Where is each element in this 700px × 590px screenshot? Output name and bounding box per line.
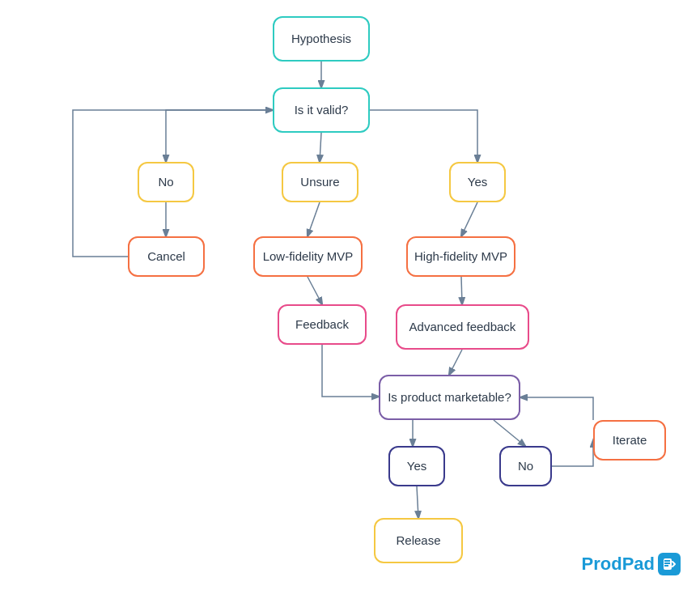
high-fid-node: High-fidelity MVP [406, 236, 515, 277]
diagram-container: Hypothesis Is it valid? No Unsure Yes Ca… [0, 0, 700, 590]
no-bot-node: No [499, 446, 552, 486]
unsure-label: Unsure [300, 174, 339, 190]
svg-line-8 [461, 277, 462, 304]
svg-line-7 [308, 277, 322, 304]
svg-line-9 [449, 350, 462, 375]
adv-feedback-label: Advanced feedback [409, 319, 516, 335]
feedback-node: Feedback [278, 304, 367, 345]
svg-line-6 [461, 202, 477, 236]
svg-line-5 [308, 202, 320, 236]
yes-bot-label: Yes [407, 458, 426, 474]
is-valid-node: Is it valid? [273, 87, 370, 133]
no-top-node: No [138, 162, 194, 202]
hypothesis-label: Hypothesis [291, 31, 351, 47]
adv-feedback-node: Advanced feedback [396, 304, 529, 350]
yes-top-label: Yes [468, 174, 487, 190]
svg-line-10 [417, 486, 418, 518]
release-label: Release [396, 533, 440, 549]
low-fid-label: Low-fidelity MVP [263, 248, 354, 265]
unsure-node: Unsure [282, 162, 358, 202]
iterate-label: Iterate [613, 432, 647, 448]
is-valid-label: Is it valid? [295, 102, 349, 118]
prodpad-icon [658, 553, 681, 575]
is-marketable-node: Is product marketable? [379, 375, 520, 420]
low-fid-node: Low-fidelity MVP [253, 236, 363, 277]
hypothesis-node: Hypothesis [273, 16, 370, 62]
svg-line-3 [320, 133, 321, 162]
no-bot-label: No [518, 458, 533, 474]
yes-bot-node: Yes [388, 446, 445, 486]
feedback-label: Feedback [295, 316, 349, 333]
cancel-label: Cancel [147, 248, 185, 265]
cancel-node: Cancel [128, 236, 205, 277]
prodpad-logo: ProdPad [582, 553, 681, 575]
release-node: Release [374, 518, 463, 563]
iterate-node: Iterate [593, 420, 666, 461]
yes-top-node: Yes [449, 162, 506, 202]
is-marketable-label: Is product marketable? [388, 389, 511, 405]
no-top-label: No [158, 174, 173, 190]
prodpad-text: ProdPad [582, 554, 655, 575]
high-fid-label: High-fidelity MVP [414, 248, 507, 265]
